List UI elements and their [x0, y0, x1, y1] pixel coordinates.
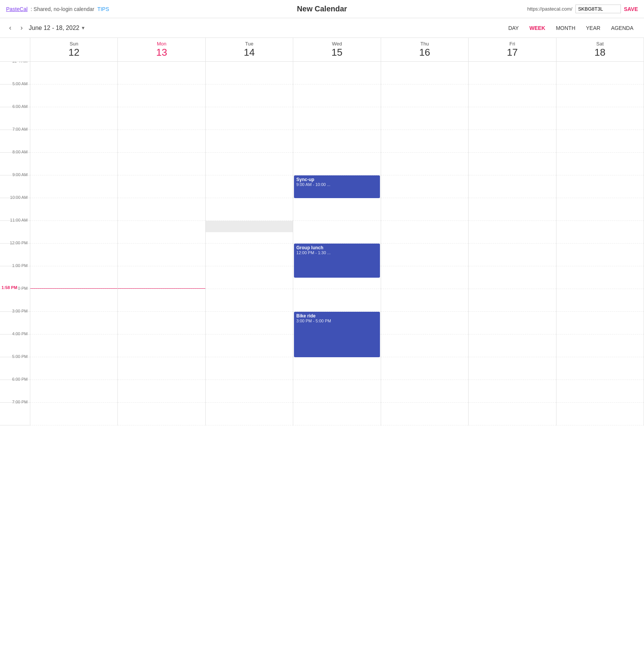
view-agenda-button[interactable]: AGENDA: [606, 23, 638, 33]
time-slot[interactable]: [556, 153, 644, 175]
time-slot[interactable]: [556, 221, 644, 244]
prev-week-button[interactable]: ‹: [6, 22, 14, 33]
time-slot[interactable]: [293, 107, 380, 130]
time-slot[interactable]: [206, 62, 293, 84]
time-slot[interactable]: [469, 380, 556, 403]
time-slot[interactable]: [469, 84, 556, 107]
time-slot[interactable]: [206, 130, 293, 153]
tips-link[interactable]: TIPS: [97, 6, 109, 12]
time-slot[interactable]: [118, 266, 205, 289]
time-slot[interactable]: [30, 289, 117, 312]
time-slot[interactable]: [30, 175, 117, 198]
time-slot[interactable]: [206, 107, 293, 130]
time-slot[interactable]: [469, 357, 556, 380]
time-slot[interactable]: [381, 221, 468, 244]
day-col-fri[interactable]: [469, 62, 556, 425]
time-slot[interactable]: [30, 312, 117, 334]
time-slot[interactable]: [556, 62, 644, 84]
time-slot[interactable]: [30, 266, 117, 289]
time-slot[interactable]: [469, 62, 556, 84]
time-slot[interactable]: [118, 198, 205, 221]
time-slot[interactable]: [556, 84, 644, 107]
time-slot[interactable]: [381, 289, 468, 312]
time-slot[interactable]: [469, 107, 556, 130]
time-slot[interactable]: [30, 357, 117, 380]
time-slot[interactable]: [293, 380, 380, 403]
time-slot[interactable]: [293, 221, 380, 244]
time-slot[interactable]: [118, 62, 205, 84]
time-slot[interactable]: [556, 266, 644, 289]
time-slot[interactable]: [30, 198, 117, 221]
time-slot[interactable]: [469, 198, 556, 221]
time-slot[interactable]: [556, 107, 644, 130]
time-slot[interactable]: [293, 289, 380, 312]
time-slot[interactable]: [206, 266, 293, 289]
event-sync-up[interactable]: Sync-up9:00 AM - 10:00 ...: [294, 175, 380, 198]
day-col-thu[interactable]: [381, 62, 469, 425]
time-slot[interactable]: [381, 107, 468, 130]
time-slot[interactable]: [381, 244, 468, 266]
time-slot[interactable]: [556, 130, 644, 153]
time-slot[interactable]: [381, 357, 468, 380]
time-slot[interactable]: [556, 175, 644, 198]
time-slot[interactable]: [381, 334, 468, 357]
time-slot[interactable]: [556, 244, 644, 266]
event-bike-ride[interactable]: Bike ride3:00 PM - 5:00 PM: [294, 312, 380, 357]
date-range-dropdown-icon[interactable]: ▼: [81, 25, 85, 31]
url-code-input[interactable]: [575, 5, 621, 13]
time-slot[interactable]: [118, 403, 205, 425]
time-slot[interactable]: [118, 334, 205, 357]
time-slot[interactable]: [30, 107, 117, 130]
time-slot[interactable]: [206, 357, 293, 380]
time-slot[interactable]: [118, 84, 205, 107]
time-slot[interactable]: [30, 334, 117, 357]
time-slot[interactable]: [293, 198, 380, 221]
day-col-sun[interactable]: [30, 62, 118, 425]
time-slot[interactable]: [206, 175, 293, 198]
time-slot[interactable]: [206, 334, 293, 357]
time-slot[interactable]: [556, 357, 644, 380]
time-slot[interactable]: [293, 357, 380, 380]
time-slot[interactable]: [206, 289, 293, 312]
time-slot[interactable]: [556, 403, 644, 425]
time-slot[interactable]: [118, 312, 205, 334]
time-slot[interactable]: [206, 244, 293, 266]
time-slot[interactable]: [381, 130, 468, 153]
day-col-wed[interactable]: Sync-up9:00 AM - 10:00 ...Group lunch12:…: [293, 62, 381, 425]
view-day-button[interactable]: DAY: [504, 23, 524, 33]
time-slot[interactable]: [118, 289, 205, 312]
time-slot[interactable]: [118, 244, 205, 266]
event-group-lunch[interactable]: Group lunch12:00 PM - 1:30 ...: [294, 244, 380, 278]
time-slot[interactable]: [293, 130, 380, 153]
time-slot[interactable]: [469, 403, 556, 425]
time-slot[interactable]: [381, 62, 468, 84]
time-slot[interactable]: [556, 380, 644, 403]
view-month-button[interactable]: MONTH: [551, 23, 580, 33]
time-slot[interactable]: [469, 153, 556, 175]
time-slot[interactable]: [30, 403, 117, 425]
time-slot[interactable]: [381, 380, 468, 403]
time-slot[interactable]: [469, 312, 556, 334]
time-slot[interactable]: [206, 84, 293, 107]
time-slot[interactable]: [293, 153, 380, 175]
time-slot[interactable]: [293, 62, 380, 84]
view-week-button[interactable]: WEEK: [525, 23, 550, 33]
time-slot[interactable]: [30, 84, 117, 107]
time-slot[interactable]: [118, 153, 205, 175]
time-slot[interactable]: [118, 221, 205, 244]
time-slot[interactable]: [293, 84, 380, 107]
time-slot[interactable]: [30, 62, 117, 84]
time-slot[interactable]: [556, 289, 644, 312]
time-slot[interactable]: [206, 312, 293, 334]
time-slot[interactable]: [469, 289, 556, 312]
time-slot[interactable]: [381, 403, 468, 425]
time-slot[interactable]: [206, 403, 293, 425]
time-slot[interactable]: [30, 153, 117, 175]
time-slot[interactable]: [381, 198, 468, 221]
time-slot[interactable]: [556, 198, 644, 221]
time-slot[interactable]: [118, 107, 205, 130]
time-slot[interactable]: [469, 244, 556, 266]
time-slot[interactable]: [206, 198, 293, 221]
time-slot[interactable]: [381, 175, 468, 198]
pastecal-link[interactable]: PasteCal: [6, 6, 28, 12]
